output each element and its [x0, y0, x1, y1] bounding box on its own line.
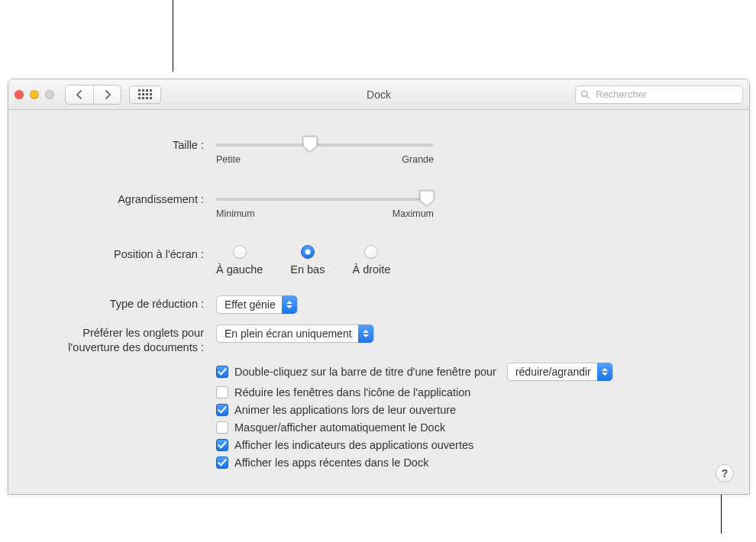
indicators-row: Afficher les indicateurs des application… [216, 439, 749, 451]
prefer-tabs-label: Préférer les onglets pour l'ouverture de… [8, 324, 208, 355]
recent-apps-checkbox[interactable] [216, 457, 228, 469]
magnification-row: Agrandissement : Minimum Maximum [8, 191, 749, 219]
magnification-slider[interactable] [216, 198, 434, 201]
double-click-action-value: réduire/agrandir [515, 366, 591, 378]
content-area: Taille : Petite Grande Agrandissement : [8, 110, 749, 494]
size-slider-thumb[interactable] [302, 136, 318, 153]
size-min-label: Petite [216, 154, 241, 165]
position-radio-left[interactable]: À gauche [216, 245, 263, 276]
recent-apps-label: Afficher les apps récentes dans le Dock [234, 457, 428, 469]
minimize-into-icon-row: Réduire les fenêtres dans l'icône de l'a… [216, 386, 749, 398]
indicators-label: Afficher les indicateurs des application… [234, 439, 473, 451]
close-button[interactable] [15, 90, 24, 99]
radio-left[interactable] [233, 245, 247, 259]
indicators-checkbox[interactable] [216, 439, 228, 451]
up-down-caret-icon [597, 363, 612, 381]
prefer-tabs-label-line2: l'ouverture des documents : [68, 341, 204, 353]
nav-buttons [65, 85, 121, 105]
radio-left-label: À gauche [216, 263, 263, 276]
radio-bottom[interactable] [301, 245, 315, 259]
search-input[interactable] [575, 85, 743, 104]
position-radio-bottom[interactable]: En bas [290, 245, 325, 276]
minimize-effect-label: Type de réduction : [8, 295, 208, 311]
magnification-min-label: Minimum [216, 208, 255, 219]
traffic-lights [15, 90, 65, 99]
forward-button[interactable] [93, 85, 121, 104]
radio-right[interactable] [364, 245, 378, 259]
radio-right-label: À droite [352, 263, 390, 276]
options-list: Double-cliquez sur la barre de titre d'u… [8, 363, 749, 469]
preferences-window: Dock Taille : Petite Grande [8, 79, 750, 495]
titlebar: Dock [8, 79, 749, 110]
animate-open-row: Animer les applications lors de leur ouv… [216, 404, 749, 416]
zoom-button[interactable] [45, 90, 54, 99]
animate-open-checkbox[interactable] [216, 404, 228, 416]
minimize-into-icon-label: Réduire les fenêtres dans l'icône de l'a… [234, 386, 470, 398]
chevron-right-icon [104, 90, 111, 99]
position-label: Position à l'écran : [8, 245, 208, 262]
double-click-option-row: Double-cliquez sur la barre de titre d'u… [216, 363, 749, 381]
double-click-label: Double-cliquez sur la barre de titre d'u… [234, 366, 496, 378]
autohide-row: Masquer/afficher automatiquement le Dock [216, 421, 749, 434]
animate-open-label: Animer les applications lors de leur ouv… [234, 404, 456, 416]
recent-apps-row: Afficher les apps récentes dans le Dock [216, 457, 749, 469]
svg-line-1 [586, 95, 589, 98]
size-label: Taille : [8, 137, 208, 153]
double-click-checkbox[interactable] [216, 366, 228, 378]
minimize-effect-popup[interactable]: Effet génie [216, 295, 298, 314]
callout-line-top [173, 0, 173, 72]
chevron-left-icon [76, 90, 83, 99]
minimize-button[interactable] [30, 90, 39, 99]
help-glyph: ? [722, 467, 729, 479]
minimize-into-icon-checkbox[interactable] [216, 386, 228, 398]
prefer-tabs-value: En plein écran uniquement [225, 327, 352, 340]
up-down-caret-icon [282, 295, 297, 314]
magnification-label: Agrandissement : [118, 193, 204, 205]
size-max-label: Grande [402, 154, 434, 165]
size-slider[interactable] [216, 144, 434, 147]
up-down-caret-icon [358, 324, 373, 343]
position-row: Position à l'écran : À gauche En bas À d… [8, 245, 749, 276]
size-row: Taille : Petite Grande [8, 137, 749, 165]
show-all-button[interactable] [129, 85, 161, 104]
callout-line-bottom [721, 489, 722, 534]
magnification-slider-thumb[interactable] [419, 190, 435, 207]
magnification-max-label: Maximum [393, 208, 434, 219]
back-button[interactable] [66, 85, 93, 104]
autohide-checkbox[interactable] [216, 421, 228, 434]
position-radio-right[interactable]: À droite [352, 245, 390, 276]
help-button[interactable]: ? [716, 464, 734, 482]
position-radio-group: À gauche En bas À droite [216, 245, 390, 276]
autohide-label: Masquer/afficher automatiquement le Dock [234, 421, 445, 434]
search-field-wrapper [575, 85, 743, 104]
prefer-tabs-label-line1: Préférer les onglets pour [82, 327, 204, 339]
prefer-tabs-row: Préférer les onglets pour l'ouverture de… [8, 324, 749, 355]
double-click-action-popup[interactable]: réduire/agrandir [507, 363, 613, 381]
minimize-effect-value: Effet génie [225, 298, 276, 311]
minimize-effect-row: Type de réduction : Effet génie [8, 295, 749, 314]
radio-bottom-label: En bas [290, 263, 325, 276]
search-icon [580, 89, 590, 99]
prefer-tabs-popup[interactable]: En plein écran uniquement [216, 324, 374, 343]
grid-icon [138, 89, 152, 99]
